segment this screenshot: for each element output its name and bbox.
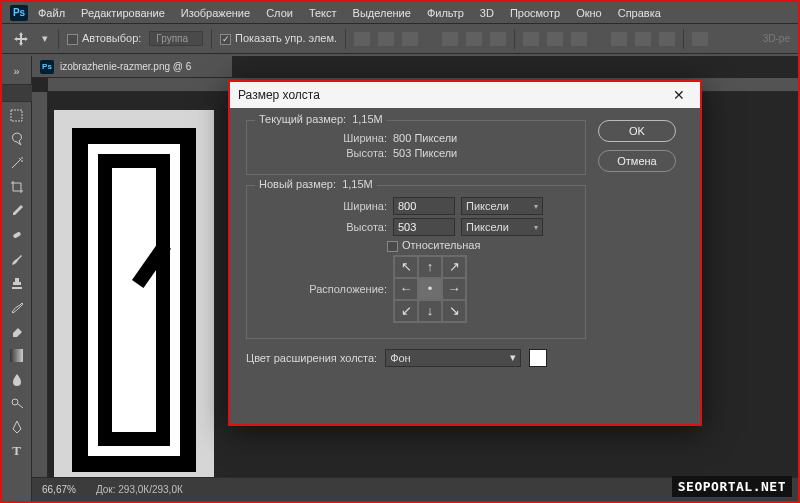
- height-input[interactable]: [393, 218, 455, 236]
- menu-window[interactable]: Окно: [576, 7, 602, 19]
- gradient-tool[interactable]: [5, 344, 29, 366]
- align-icon[interactable]: [442, 32, 458, 46]
- healing-tool[interactable]: [5, 224, 29, 246]
- anchor-se[interactable]: ↘: [442, 300, 466, 322]
- anchor-n[interactable]: ↑: [418, 256, 442, 278]
- svg-point-3: [12, 399, 18, 405]
- dialog-titlebar[interactable]: Размер холста ✕: [230, 82, 700, 108]
- distribute-icon[interactable]: [571, 32, 587, 46]
- ok-button[interactable]: OK: [598, 120, 676, 142]
- separator: [58, 29, 59, 49]
- align-icon[interactable]: [466, 32, 482, 46]
- menu-select[interactable]: Выделение: [353, 7, 411, 19]
- menu-filter[interactable]: Фильтр: [427, 7, 464, 19]
- ruler-vertical[interactable]: [32, 92, 48, 477]
- menu-3d[interactable]: 3D: [480, 7, 494, 19]
- distribute-icon[interactable]: [635, 32, 651, 46]
- new-size-legend: Новый размер:: [259, 178, 336, 190]
- height-unit-dropdown[interactable]: Пиксели▾: [461, 218, 543, 236]
- align-icon[interactable]: [402, 32, 418, 46]
- menu-file[interactable]: Файл: [38, 7, 65, 19]
- current-size-group: Текущий размер: 1,15M Ширина:800 Пиксели…: [246, 120, 586, 175]
- dodge-tool[interactable]: [5, 392, 29, 414]
- move-tool-icon[interactable]: [10, 28, 32, 50]
- type-tool[interactable]: T: [5, 440, 29, 462]
- menu-image[interactable]: Изображение: [181, 7, 250, 19]
- anchor-center[interactable]: •: [418, 278, 442, 300]
- magic-wand-tool[interactable]: [5, 152, 29, 174]
- align-icon[interactable]: [490, 32, 506, 46]
- toolbox: » T: [2, 56, 32, 501]
- width-input[interactable]: [393, 197, 455, 215]
- canvas[interactable]: [54, 110, 214, 490]
- autoselect-checkbox[interactable]: Автовыбор:: [67, 32, 141, 45]
- anchor-grid[interactable]: ↖↑↗ ←•→ ↙↓↘: [393, 255, 467, 323]
- autoselect-label: Автовыбор:: [82, 32, 141, 44]
- current-height-value: 503 Пиксели: [393, 147, 457, 159]
- menu-layer[interactable]: Слои: [266, 7, 293, 19]
- menu-view[interactable]: Просмотр: [510, 7, 560, 19]
- distribute-icon[interactable]: [547, 32, 563, 46]
- distribute-icon[interactable]: [611, 32, 627, 46]
- app-logo: Ps: [10, 5, 28, 21]
- eraser-tool[interactable]: [5, 320, 29, 342]
- current-size-legend: Текущий размер:: [259, 113, 346, 125]
- extension-color-label: Цвет расширения холста:: [246, 352, 377, 364]
- extension-color-dropdown[interactable]: Фон▾: [385, 349, 521, 367]
- chevron-down-icon: ▾: [534, 202, 538, 211]
- current-size-value: 1,15M: [352, 113, 383, 125]
- svg-rect-2: [10, 349, 23, 362]
- relative-checkbox[interactable]: Относительная: [387, 239, 480, 252]
- align-icon[interactable]: [354, 32, 370, 46]
- watermark: SEOPORTAL.NET: [672, 476, 792, 497]
- stamp-tool[interactable]: [5, 272, 29, 294]
- pen-tool[interactable]: [5, 416, 29, 438]
- separator: [683, 29, 684, 49]
- anchor-sw[interactable]: ↙: [394, 300, 418, 322]
- current-height-label: Высота:: [257, 147, 387, 159]
- separator: [345, 29, 346, 49]
- width-unit-dropdown[interactable]: Пиксели▾: [461, 197, 543, 215]
- menu-type[interactable]: Текст: [309, 7, 337, 19]
- show-controls-checkbox[interactable]: Показать упр. элем.: [220, 32, 337, 45]
- chevron-down-icon[interactable]: ▾: [40, 28, 50, 50]
- align-icon[interactable]: [378, 32, 394, 46]
- brush-tool[interactable]: [5, 248, 29, 270]
- history-brush-tool[interactable]: [5, 296, 29, 318]
- current-width-value: 800 Пиксели: [393, 132, 457, 144]
- close-icon[interactable]: ✕: [666, 87, 692, 103]
- anchor-label: Расположение:: [257, 283, 387, 295]
- relative-label: Относительная: [402, 239, 480, 251]
- autoselect-dropdown[interactable]: Группа: [149, 31, 203, 46]
- new-width-label: Ширина:: [257, 200, 387, 212]
- separator: [211, 29, 212, 49]
- crop-tool[interactable]: [5, 176, 29, 198]
- eyedropper-tool[interactable]: [5, 200, 29, 222]
- extension-color-swatch[interactable]: [529, 349, 547, 367]
- distribute-icon[interactable]: [523, 32, 539, 46]
- menu-edit[interactable]: Редактирование: [81, 7, 165, 19]
- document-tab[interactable]: Ps izobrazhenie-razmer.png @ 6: [32, 56, 232, 78]
- marquee-tool[interactable]: [5, 104, 29, 126]
- misc-icon[interactable]: [692, 32, 708, 46]
- menu-bar: Ps Файл Редактирование Изображение Слои …: [2, 2, 798, 24]
- anchor-e[interactable]: →: [442, 278, 466, 300]
- document-info[interactable]: Док: 293,0К/293,0К: [96, 484, 183, 495]
- zoom-level[interactable]: 66,67%: [42, 484, 76, 495]
- height-unit-value: Пиксели: [466, 221, 509, 233]
- blur-tool[interactable]: [5, 368, 29, 390]
- menu-help[interactable]: Справка: [618, 7, 661, 19]
- svg-rect-0: [11, 110, 22, 121]
- new-size-value: 1,15M: [342, 178, 373, 190]
- distribute-icon[interactable]: [659, 32, 675, 46]
- lasso-tool[interactable]: [5, 128, 29, 150]
- expand-icon[interactable]: »: [5, 60, 29, 82]
- tab-title: izobrazhenie-razmer.png @ 6: [60, 61, 191, 72]
- anchor-s[interactable]: ↓: [418, 300, 442, 322]
- anchor-nw[interactable]: ↖: [394, 256, 418, 278]
- anchor-w[interactable]: ←: [394, 278, 418, 300]
- anchor-ne[interactable]: ↗: [442, 256, 466, 278]
- separator: [514, 29, 515, 49]
- cancel-button[interactable]: Отмена: [598, 150, 676, 172]
- dialog-title: Размер холста: [238, 88, 320, 102]
